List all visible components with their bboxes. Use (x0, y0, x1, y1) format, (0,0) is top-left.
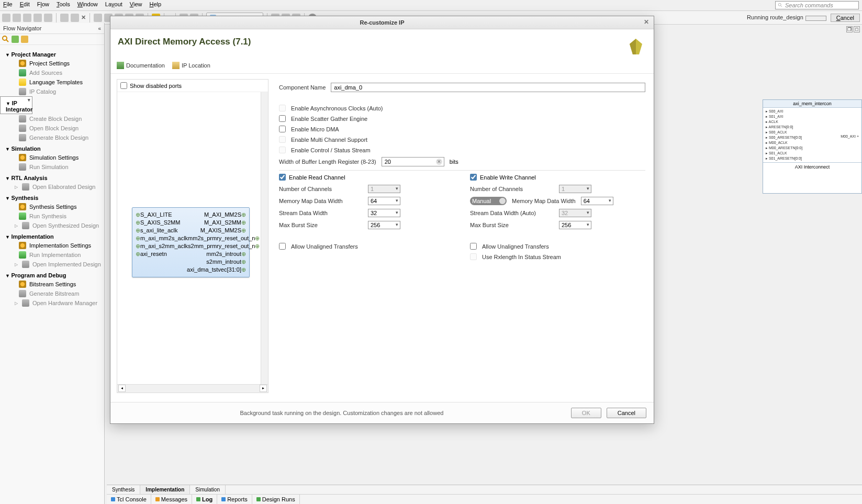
menu-layout[interactable]: Layout (105, 1, 122, 9)
nav-item[interactable]: Add Sources (0, 68, 104, 77)
vertical-scrollbar[interactable] (261, 92, 268, 385)
ip-block-preview: ⊕S_AXI_LITEM_AXI_MM2S⊕⊕S_AXIS_S2MMM_AXI_… (132, 207, 250, 277)
search-icon[interactable] (2, 36, 9, 43)
nav-item[interactable]: Run Simulation (0, 162, 104, 172)
close-icon[interactable]: ✕ (642, 18, 651, 27)
command-search[interactable]: Search commands (775, 1, 859, 9)
bottom-tabs-row1: SynthesisImplementationSimulation (107, 485, 862, 495)
write-unaligned-checkbox[interactable] (470, 243, 477, 250)
tb-icon[interactable] (60, 14, 69, 22)
nav-item[interactable]: Language Templates (0, 77, 104, 87)
tb-icon[interactable] (71, 14, 79, 22)
show-disabled-ports-checkbox[interactable] (120, 82, 127, 89)
toolbar-cancel-button[interactable]: Cancel (831, 14, 860, 22)
nav-item[interactable]: Run Implementation (0, 250, 104, 260)
nav-item-icon (19, 125, 26, 132)
enable-read-channel-checkbox[interactable] (279, 174, 286, 181)
nav-tb-icon[interactable] (21, 36, 28, 43)
maximize-icon[interactable]: □ (854, 26, 860, 32)
nav-item[interactable]: Bitstream Settings (0, 279, 104, 289)
tab-label: Log (202, 496, 212, 502)
axi-interconnect-block: axi_mem_intercon ▸ S00_AXI▸ S01_AXI▸ ACL… (763, 99, 862, 194)
nav-item[interactable]: Open Implemented Design (0, 260, 104, 269)
menu-file[interactable]: File (3, 1, 13, 9)
nav-item[interactable]: Implementation Settings (0, 241, 104, 250)
menu-window[interactable]: Window (77, 1, 98, 9)
nav-section[interactable]: IP Integrator (0, 96, 32, 114)
tb-icon[interactable] (94, 14, 102, 22)
read-sdw-label: Stream Data Width (279, 210, 363, 216)
menu-flow[interactable]: Flow (37, 1, 49, 9)
ip-port-left: ⊕axi_resetn (136, 251, 167, 257)
bottom-tab[interactable]: Simulation (190, 485, 226, 494)
read-burst-select[interactable]: 256 (368, 221, 400, 229)
nav-item[interactable]: Open Elaborated Design (0, 182, 104, 192)
nav-item[interactable]: Open Hardware Manager (0, 298, 104, 308)
nav-item-label: Project Settings (29, 60, 70, 66)
tb-icon[interactable] (13, 14, 21, 22)
bd-window-controls: ❐ □ (846, 26, 860, 32)
read-mmw-select[interactable]: 64 (368, 197, 400, 205)
documentation-link[interactable]: Documentation (117, 62, 165, 69)
nav-section[interactable]: Project Manager (0, 48, 104, 59)
nav-item[interactable]: IP Catalog (0, 87, 104, 96)
menu-edit[interactable]: Edit (20, 1, 30, 9)
nav-item[interactable]: Generate Block Design (0, 133, 104, 142)
ip-port-right: s2mm_introut⊕ (206, 259, 246, 265)
nav-item-icon (19, 163, 26, 171)
nav-item[interactable]: Generate Bitstream (0, 289, 104, 298)
bottom-tab[interactable]: Tcl Console (107, 495, 151, 504)
bottom-tab[interactable]: Messages (151, 495, 192, 504)
read-unaligned-checkbox[interactable] (279, 243, 286, 250)
nav-item[interactable]: Run Synthesis (0, 211, 104, 221)
menu-view[interactable]: View (130, 1, 142, 9)
enable-micro-dma-checkbox[interactable] (279, 126, 286, 132)
nav-section[interactable]: Implementation (0, 230, 104, 241)
nav-item[interactable]: Create Block Design (0, 114, 104, 124)
tb-icon[interactable] (23, 14, 31, 22)
tb-icon[interactable] (33, 14, 42, 22)
enable-ctrl-status-label: Enable Control / Status Stream (291, 147, 371, 153)
enable-scatter-gather-checkbox[interactable] (279, 115, 286, 122)
nav-tb-icon[interactable] (12, 36, 19, 43)
nav-item[interactable]: Open Block Design (0, 124, 104, 133)
nav-section[interactable]: Program and Debug (0, 269, 104, 279)
bottom-tab[interactable]: Reports (217, 495, 252, 504)
nav-item[interactable]: Simulation Settings (0, 153, 104, 162)
bottom-tab[interactable]: Log (192, 495, 217, 504)
component-name-input[interactable] (331, 83, 645, 92)
scroll-right-icon[interactable]: ▸ (260, 385, 267, 392)
cancel-button[interactable]: Cancel (607, 408, 646, 418)
ip-port-left: ⊕S_AXI_LITE (136, 211, 172, 218)
mmw-manual-toggle[interactable]: Manual (470, 197, 507, 205)
nav-item[interactable]: Synthesis Settings (0, 202, 104, 211)
bottom-tab[interactable]: Design Runs (252, 495, 300, 504)
nav-section[interactable]: Synthesis (0, 192, 104, 202)
horizontal-scrollbar[interactable]: ◂ ▸ (117, 384, 268, 393)
nav-item-label: Run Simulation (29, 164, 69, 170)
tb-icon[interactable] (44, 14, 52, 22)
ip-port-right: axi_dma_tstvec[31:0]⊕ (187, 266, 246, 273)
nav-item[interactable]: Open Synthesized Design (0, 221, 104, 230)
menu-help[interactable]: Help (150, 1, 162, 9)
read-sdw-select[interactable]: 32 (368, 209, 400, 217)
nav-item-icon (19, 203, 26, 210)
tb-icon[interactable] (2, 14, 10, 22)
ok-button[interactable]: OK (571, 408, 601, 418)
restore-icon[interactable]: ❐ (846, 26, 853, 32)
write-mmw-select[interactable]: 64 (581, 197, 613, 205)
clear-icon[interactable]: ✕ (436, 159, 442, 165)
nav-section[interactable]: RTL Analysis (0, 172, 104, 182)
ip-location-link[interactable]: IP Location (172, 62, 210, 69)
nav-section[interactable]: Simulation (0, 142, 104, 153)
enable-write-channel-checkbox[interactable] (470, 174, 477, 181)
menu-tools[interactable]: Tools (57, 1, 70, 9)
scroll-left-icon[interactable]: ◂ (118, 385, 126, 392)
bottom-tab[interactable]: Implementation (140, 485, 190, 494)
nav-item-label: Run Implementation (29, 252, 81, 258)
nav-item[interactable]: Project Settings (0, 59, 104, 68)
buflen-input[interactable] (382, 157, 444, 166)
status-running: Running route_design (747, 14, 829, 20)
write-burst-select[interactable]: 256 (559, 221, 591, 229)
bottom-tab[interactable]: Synthesis (107, 485, 140, 494)
